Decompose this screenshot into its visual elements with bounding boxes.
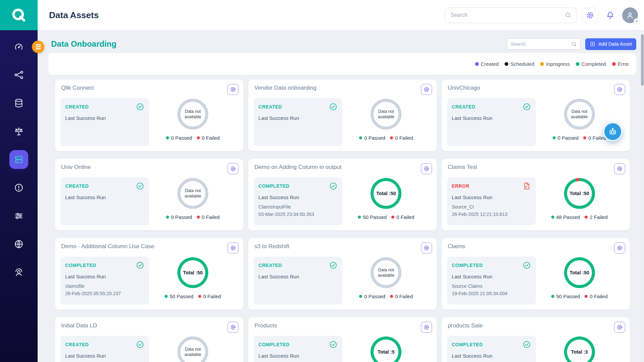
donut-label: Total :50 bbox=[569, 191, 589, 196]
notifications-button[interactable] bbox=[603, 7, 617, 23]
data-asset-card[interactable]: Products COMPLETED Last Success Run Prod… bbox=[248, 317, 436, 362]
data-asset-card[interactable]: Qlik Connect CREATED Last Success Run bbox=[55, 80, 243, 151]
app-logo[interactable] bbox=[0, 0, 38, 30]
card-settings-button[interactable] bbox=[227, 322, 239, 333]
last-success-run-label: Last Success Run bbox=[258, 115, 338, 121]
support-icon bbox=[14, 267, 24, 277]
status-legend: Created Scheduled Inprogress Completed E… bbox=[48, 53, 636, 75]
scrollbar-track[interactable] bbox=[641, 30, 644, 362]
card-settings-button[interactable] bbox=[227, 163, 239, 174]
menu-toggle-button[interactable] bbox=[32, 41, 44, 53]
donut-chart: Data not available bbox=[371, 99, 401, 130]
last-success-run-label: Last Success Run bbox=[258, 353, 338, 359]
legend-label: Scheduled bbox=[510, 61, 534, 67]
status-row: COMPLETED bbox=[258, 182, 338, 190]
donut-label: Data not available bbox=[182, 347, 203, 358]
data-asset-card[interactable]: Demo - Additional Column Use Case COMPLE… bbox=[55, 238, 243, 310]
card-settings-button[interactable] bbox=[421, 322, 432, 333]
legend-item-inprogress: Inprogress bbox=[540, 61, 570, 67]
sidebar-item-support[interactable] bbox=[9, 263, 28, 282]
status-label: COMPLETED bbox=[452, 263, 483, 268]
asset-search[interactable] bbox=[507, 38, 581, 50]
main-content: Data Onboarding Add Data Asset Created S… bbox=[38, 30, 644, 362]
settings-button[interactable] bbox=[582, 7, 598, 23]
data-asset-card[interactable]: Claims COMPLETED Last Success Run Source… bbox=[442, 238, 630, 310]
gear-icon bbox=[230, 324, 236, 330]
pass-fail-row: 0 Passed 0 Failed bbox=[166, 135, 220, 141]
data-asset-card[interactable]: s3 to Redshift CREATED Last Success Run bbox=[248, 238, 436, 310]
user-avatar[interactable] bbox=[622, 7, 638, 23]
sidebar-item-dashboard[interactable] bbox=[9, 37, 28, 56]
global-search-input[interactable] bbox=[450, 12, 565, 18]
chevron-down-icon bbox=[635, 19, 638, 23]
global-search[interactable] bbox=[445, 7, 577, 23]
search-icon bbox=[565, 12, 571, 18]
donut-label: Total :50 bbox=[376, 191, 396, 196]
last-success-run-label: Last Success Run bbox=[65, 115, 144, 121]
sidebar-item-pipelines[interactable] bbox=[9, 65, 28, 84]
donut-label: Total :50 bbox=[569, 270, 589, 275]
donut-chart: Data not available bbox=[177, 99, 208, 130]
card-settings-button[interactable] bbox=[614, 242, 625, 254]
card-settings-button[interactable] bbox=[614, 84, 625, 95]
card-status-panel: CREATED Last Success Run bbox=[60, 98, 149, 146]
data-asset-card[interactable]: Vendor Data onboarding CREATED Last Succ… bbox=[248, 80, 436, 151]
card-settings-button[interactable] bbox=[227, 242, 239, 254]
card-settings-button[interactable] bbox=[614, 322, 625, 333]
card-status-panel: COMPLETED Last Success Run Source Claims… bbox=[447, 257, 536, 305]
run-timestamp: 19-Feb-2025 21:05:34.004 bbox=[452, 291, 531, 296]
add-data-asset-button[interactable]: Add Data Asset bbox=[585, 38, 636, 50]
card-settings-button[interactable] bbox=[421, 84, 432, 95]
run-summary: Data not available 0 Passed 0 Failed bbox=[553, 99, 606, 141]
card-settings-button[interactable] bbox=[227, 84, 239, 95]
sidebar-item-rules[interactable] bbox=[9, 122, 28, 141]
robot-icon bbox=[608, 127, 618, 137]
card-settings-button[interactable] bbox=[614, 163, 625, 174]
donut-label: Data not available bbox=[376, 267, 396, 278]
card-settings-button[interactable] bbox=[421, 163, 432, 174]
search-icon bbox=[571, 41, 577, 47]
gear-icon bbox=[423, 86, 430, 93]
data-asset-card[interactable]: Demo on Adding Column in output COMPLETE… bbox=[248, 159, 436, 230]
data-asset-card[interactable]: products Sale COMPLETED Last Success Run… bbox=[442, 317, 630, 362]
sidebar-item-settings[interactable] bbox=[9, 207, 28, 225]
card-settings-button[interactable] bbox=[421, 242, 432, 254]
card-title: Claims bbox=[448, 243, 465, 250]
sidebar-item-databases[interactable] bbox=[9, 94, 28, 112]
passed-dot bbox=[553, 136, 556, 139]
add-data-asset-label: Add Data Asset bbox=[598, 41, 632, 47]
alert-icon bbox=[14, 183, 24, 193]
data-asset-card[interactable]: Univ Online CREATED Last Success Run bbox=[55, 159, 243, 230]
donut-label: Total :5 bbox=[378, 349, 394, 355]
run-summary: Data not available bbox=[166, 336, 220, 362]
legend-dot bbox=[540, 62, 544, 66]
status-row: CREATED bbox=[65, 182, 144, 190]
avatar-menu-chevron[interactable] bbox=[634, 18, 640, 24]
passed-dot bbox=[359, 295, 362, 298]
donut-chart: Total :3 bbox=[564, 336, 595, 362]
status-row: CREATED bbox=[452, 102, 531, 111]
check-badge-icon bbox=[329, 340, 338, 349]
legend-dot bbox=[475, 62, 479, 66]
run-summary: Data not available 0 Passed 0 Failed bbox=[166, 99, 220, 141]
card-status-panel: COMPLETED Last Success Run ClaimsInputFi… bbox=[254, 177, 342, 225]
scrollbar-thumb[interactable] bbox=[641, 34, 644, 86]
sidebar-item-data-assets[interactable] bbox=[9, 150, 28, 169]
sidebar bbox=[0, 0, 38, 362]
data-asset-card[interactable]: Initial Data LD CREATED Last Success Run bbox=[55, 317, 243, 362]
failed-dot bbox=[583, 136, 586, 139]
gear-icon bbox=[423, 166, 430, 172]
status-row: COMPLETED bbox=[452, 261, 531, 270]
sidebar-item-alerts[interactable] bbox=[9, 178, 28, 197]
check-badge-icon bbox=[136, 102, 144, 111]
data-asset-card[interactable]: Claims Test ERROR Last Success Run Sourc… bbox=[442, 159, 630, 230]
donut-label: Data not available bbox=[182, 188, 203, 199]
legend-label: Inprogress bbox=[546, 61, 570, 67]
data-asset-card[interactable]: UnivChicago CREATED Last Success Run bbox=[442, 80, 630, 151]
source-name: ClaimsInputFile bbox=[258, 204, 338, 210]
chatbot-button[interactable] bbox=[603, 122, 622, 141]
pass-fail-row: 0 Passed 0 Failed bbox=[359, 135, 413, 141]
card-title: Demo - Additional Column Use Case bbox=[61, 243, 154, 250]
sidebar-item-connections[interactable] bbox=[9, 235, 28, 254]
asset-search-input[interactable] bbox=[511, 41, 571, 47]
